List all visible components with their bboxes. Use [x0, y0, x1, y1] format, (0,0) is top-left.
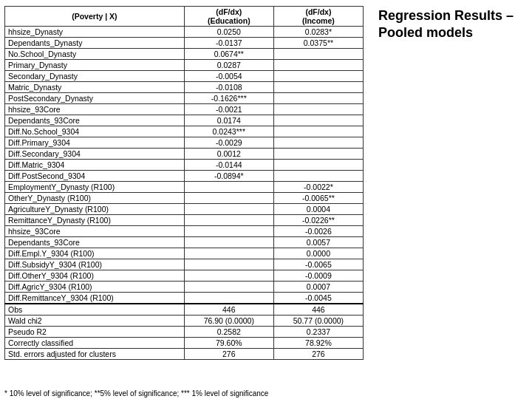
row-value	[184, 259, 273, 270]
row-value: -0.1626***	[184, 93, 273, 104]
row-value: 0.0250	[184, 27, 273, 38]
row-value: 0.0375**	[273, 38, 363, 49]
row-value: -0.0021	[184, 104, 273, 115]
side-title: Regression Results – Pooled models	[378, 7, 522, 42]
row-value: -0.0137	[184, 38, 273, 49]
row-value	[273, 115, 363, 126]
row-label: RemittanceY_Dynasty (R100)	[5, 215, 185, 226]
row-label: Dependants_Dynasty	[5, 38, 185, 49]
table-row: Pseudo R20.25820.2337	[5, 327, 364, 338]
row-value: 78.92%	[273, 338, 363, 349]
row-value: -0.0894*	[184, 171, 273, 182]
row-value: -0.0065**	[273, 193, 363, 204]
row-value	[273, 104, 363, 115]
table-row: Obs446446	[5, 304, 364, 316]
row-value	[273, 82, 363, 93]
row-value	[184, 215, 273, 226]
row-value: -0.0009	[273, 270, 363, 282]
table-row: Diff.Primary_9304-0.0029	[5, 137, 364, 149]
table-row: Diff.Secondary_93040.0012	[5, 149, 364, 160]
table-row: Wald chi276.90 (0.0000)50.77 (0.0000)	[5, 316, 364, 327]
row-label: Diff.OtherY_9304 (R100)	[5, 270, 185, 282]
row-value: 0.0174	[184, 115, 273, 126]
row-value	[273, 149, 363, 160]
row-label: Diff.AgricY_9304 (R100)	[5, 282, 185, 293]
row-value	[184, 237, 273, 248]
row-value: 76.90 (0.0000)	[184, 316, 273, 327]
col-header-var: (Poverty | X)	[5, 7, 185, 27]
row-label: Obs	[5, 304, 185, 316]
col-header-edu: (dF/dx)(Education)	[184, 7, 273, 27]
table-row: Std. errors adjusted for clusters276276	[5, 349, 364, 360]
table-row: hhsize_93Core-0.0021	[5, 104, 364, 115]
row-label: Primary_Dynasty	[5, 60, 185, 71]
table-row: Correctly classified79.60%78.92%	[5, 338, 364, 349]
table-row: Diff.Empl.Y_9304 (R100)0.0000	[5, 248, 364, 259]
table-row: hhsize_93Core-0.0026	[5, 226, 364, 237]
row-value	[273, 137, 363, 149]
row-value	[273, 71, 363, 82]
table-row: Diff.PostSecond_9304-0.0894*	[5, 171, 364, 182]
col-header-inc: (dF/dx)(Income)	[273, 7, 363, 27]
side-panel: Regression Results – Pooled models	[368, 0, 532, 386]
table-row: PostSecondary_Dynasty-0.1626***	[5, 93, 364, 104]
table-row: Diff.Matric_9304-0.0144	[5, 160, 364, 171]
row-label: Matric_Dynasty	[5, 82, 185, 93]
row-value	[273, 49, 363, 60]
row-value: -0.0029	[184, 137, 273, 149]
row-label: Diff.No.School_9304	[5, 126, 185, 137]
row-value: -0.0144	[184, 160, 273, 171]
row-label: PostSecondary_Dynasty	[5, 93, 185, 104]
row-value: 0.0283*	[273, 27, 363, 38]
row-value: 0.0287	[184, 60, 273, 71]
row-value	[273, 93, 363, 104]
row-value: 79.60%	[184, 338, 273, 349]
row-label: Diff.SubsidyY_9304 (R100)	[5, 259, 185, 270]
row-value: 0.0007	[273, 282, 363, 293]
footer-note: * 10% level of significance; **5% level …	[0, 386, 532, 399]
row-value: 50.77 (0.0000)	[273, 316, 363, 327]
row-label: hhsize_93Core	[5, 226, 185, 237]
row-value: -0.0108	[184, 82, 273, 93]
row-label: AgricultureY_Dynasty (R100)	[5, 204, 185, 215]
row-label: Diff.Secondary_9304	[5, 149, 185, 160]
row-value	[184, 293, 273, 304]
row-value	[184, 270, 273, 282]
row-label: EmploymentY_Dynasty (R100)	[5, 182, 185, 193]
row-label: hhsize_93Core	[5, 104, 185, 115]
row-value: 0.2337	[273, 327, 363, 338]
row-value: 276	[273, 349, 363, 360]
row-label: Dependants_93Core	[5, 237, 185, 248]
table-row: Diff.OtherY_9304 (R100)-0.0009	[5, 270, 364, 282]
table-row: AgricultureY_Dynasty (R100)0.0004	[5, 204, 364, 215]
row-value: 0.2582	[184, 327, 273, 338]
row-value: -0.0065	[273, 259, 363, 270]
row-label: Std. errors adjusted for clusters	[5, 349, 185, 360]
row-value	[273, 171, 363, 182]
table-row: EmploymentY_Dynasty (R100)-0.0022*	[5, 182, 364, 193]
row-label: Diff.Empl.Y_9304 (R100)	[5, 248, 185, 259]
row-label: Diff.PostSecond_9304	[5, 171, 185, 182]
row-label: Secondary_Dynasty	[5, 71, 185, 82]
table-section: (Poverty | X) (dF/dx)(Education) (dF/dx)…	[0, 0, 368, 386]
row-label: hhsize_Dynasty	[5, 27, 185, 38]
row-value: -0.0022*	[273, 182, 363, 193]
row-value: -0.0026	[273, 226, 363, 237]
row-value: -0.0054	[184, 71, 273, 82]
table-row: Matric_Dynasty-0.0108	[5, 82, 364, 93]
table-row: No.School_Dynasty0.0674**	[5, 49, 364, 60]
table-row: Diff.AgricY_9304 (R100)0.0007	[5, 282, 364, 293]
row-value: -0.0045	[273, 293, 363, 304]
row-value: 276	[184, 349, 273, 360]
row-value: -0.0226**	[273, 215, 363, 226]
row-value: 0.0057	[273, 237, 363, 248]
row-label: Correctly classified	[5, 338, 185, 349]
row-value	[184, 226, 273, 237]
row-value	[184, 248, 273, 259]
regression-table: (Poverty | X) (dF/dx)(Education) (dF/dx)…	[4, 6, 364, 360]
main-container: (Poverty | X) (dF/dx)(Education) (dF/dx)…	[0, 0, 532, 386]
table-row: Dependants_Dynasty-0.01370.0375**	[5, 38, 364, 49]
table-row: hhsize_Dynasty0.02500.0283*	[5, 27, 364, 38]
row-value: 0.0000	[273, 248, 363, 259]
table-row: Diff.No.School_93040.0243***	[5, 126, 364, 137]
